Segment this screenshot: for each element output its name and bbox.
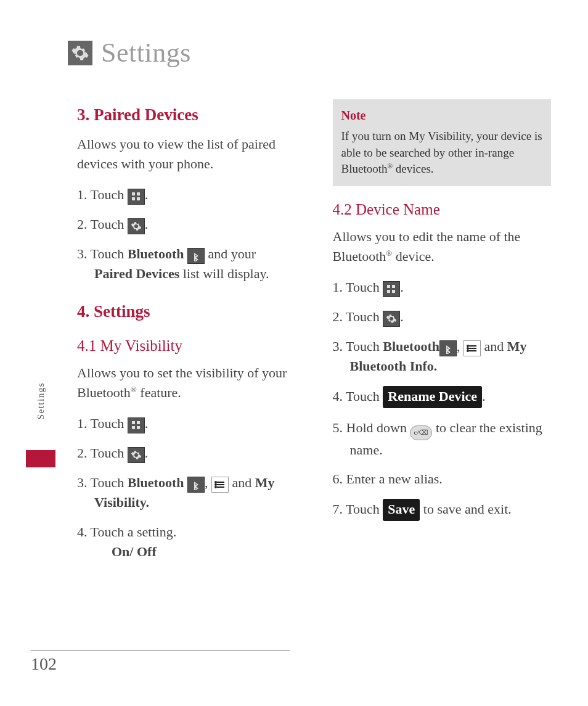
step-42-5: 5. Hold down c/⌫ to clear the existing n…: [333, 418, 552, 460]
paired-intro: Allows you to view the list of paired de…: [77, 134, 296, 174]
save-button: Save: [383, 499, 420, 521]
step-42-6: 6. Enter a new alias.: [333, 469, 552, 489]
step-41-1: 1. Touch .: [77, 414, 296, 433]
rename-device-button: Rename Device: [383, 386, 482, 408]
page-title: Settings: [101, 37, 191, 68]
bluetooth-icon: [187, 477, 205, 493]
step-42-3: 3. Touch Bluetooth, and My Bluetooth Inf…: [333, 337, 552, 376]
step-42-4: 4. Touch Rename Device.: [333, 386, 552, 408]
apps-icon: [383, 281, 400, 297]
note-box: Note If you turn on My Visibility, your …: [333, 99, 552, 186]
step-3-1: 1. Touch .: [77, 185, 296, 205]
left-column: 3. Paired Devices Allows you to view the…: [77, 99, 296, 572]
note-title: Note: [341, 107, 543, 125]
page-number: 102: [31, 654, 57, 674]
apps-icon: [128, 417, 145, 433]
step-41-3: 3. Touch Bluetooth , and My Visibility.: [77, 473, 296, 512]
step-41-4: 4. Touch a setting.On/ Off: [77, 522, 296, 562]
side-tab-label: Settings: [36, 382, 46, 419]
gear-icon: [128, 218, 145, 234]
step-42-7: 7. Touch Save to save and exit.: [333, 499, 552, 521]
step-42-2: 2. Touch .: [333, 307, 552, 327]
side-tab-marker: [26, 450, 55, 467]
device-name-intro: Allows you to edit the name of the Bluet…: [333, 227, 552, 266]
heading-settings: 4. Settings: [77, 300, 296, 324]
step-42-1: 1. Touch .: [333, 277, 552, 297]
step-3-2: 2. Touch .: [77, 215, 296, 234]
clear-key-icon: c/⌫: [410, 425, 432, 440]
heading-my-visibility: 4.1 My Visibility: [77, 335, 296, 357]
gear-icon: [68, 41, 92, 65]
note-body: If you turn on My Visibility, your devic…: [341, 128, 543, 178]
visibility-intro: Allows you to set the visibility of your…: [77, 363, 296, 403]
gear-icon: [383, 311, 400, 327]
bluetooth-icon: [187, 248, 205, 264]
apps-icon: [128, 189, 145, 205]
heading-device-name: 4.2 Device Name: [333, 199, 552, 221]
page-header: Settings: [0, 0, 588, 68]
list-icon: [463, 340, 481, 356]
list-icon: [211, 477, 229, 493]
footer-rule: [31, 650, 290, 651]
step-41-2: 2. Touch .: [77, 443, 296, 463]
right-column: Note If you turn on My Visibility, your …: [333, 99, 552, 572]
gear-icon: [128, 447, 145, 463]
bluetooth-icon: [439, 340, 457, 356]
heading-paired-devices: 3. Paired Devices: [77, 103, 296, 127]
step-3-3: 3. Touch Bluetooth and your Paired Devic…: [77, 244, 296, 284]
